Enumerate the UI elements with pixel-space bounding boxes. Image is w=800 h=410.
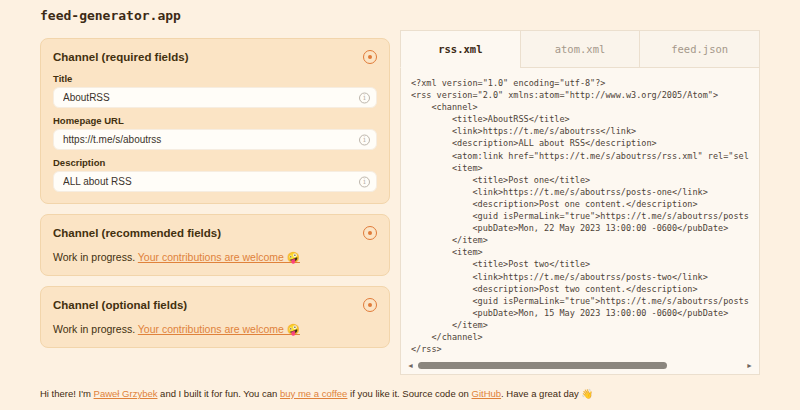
info-circle-icon[interactable]: i — [359, 176, 370, 187]
title-input[interactable] — [53, 87, 377, 108]
info-circle-icon[interactable]: i — [359, 134, 370, 145]
tab-atom-xml[interactable]: atom.xml — [520, 30, 641, 68]
panel-recommended-title: Channel (recommended fields) — [53, 227, 221, 239]
description-input-wrap: i — [53, 171, 377, 192]
homepage-url-input-wrap: i — [53, 129, 377, 150]
panel-optional-title: Channel (optional fields) — [53, 299, 187, 311]
panel-recommended-header: Channel (recommended fields) — [53, 224, 377, 242]
scrollbar-thumb[interactable] — [418, 362, 667, 369]
work-in-progress-text: Work in progress. Your contributions are… — [53, 251, 377, 264]
tab-feed-json[interactable]: feed.json — [639, 30, 760, 68]
collapse-panel-icon[interactable] — [363, 50, 377, 64]
homepage-url-input[interactable] — [53, 129, 377, 150]
rss-xml-code: <?xml version="1.0" encoding="utf-8"?> <… — [411, 77, 749, 358]
output-column: rss.xml atom.xml feed.json <?xml version… — [400, 30, 760, 375]
panel-optional-header: Channel (optional fields) — [53, 296, 377, 314]
footer-text: Hi there! I'm — [40, 388, 94, 399]
footer-text: if you like it. Source code on — [347, 388, 471, 399]
horizontal-scrollbar[interactable]: ◄ ► — [407, 361, 753, 370]
wip-label: Work in progress. — [53, 251, 138, 263]
tab-rss-xml[interactable]: rss.xml — [400, 30, 521, 68]
description-input[interactable] — [53, 171, 377, 192]
panel-required-fields: Channel (required fields) Title i Homepa… — [40, 38, 390, 204]
title-field-label: Title — [53, 73, 377, 84]
title-input-wrap: i — [53, 87, 377, 108]
code-output-panel: <?xml version="1.0" encoding="utf-8"?> <… — [400, 68, 760, 375]
wip-label: Work in progress. — [53, 323, 138, 335]
description-field-label: Description — [53, 157, 377, 168]
page-title: feed-generator.app — [40, 8, 181, 23]
footer-text: and I built it for fun. You can — [157, 388, 280, 399]
github-link[interactable]: GitHub — [472, 388, 502, 399]
buy-me-a-coffee-link[interactable]: buy me a coffee — [280, 388, 347, 399]
panel-required-title: Channel (required fields) — [53, 51, 188, 63]
footer-text: . Have a great day 👋 — [501, 388, 593, 399]
footer: Hi there! I'm Paweł Grzybek and I built … — [40, 388, 593, 399]
scroll-left-arrow-icon[interactable]: ◄ — [407, 362, 414, 369]
panel-optional-fields: Channel (optional fields) Work in progre… — [40, 286, 390, 348]
contributions-link[interactable]: Your contributions are welcome 🤪 — [138, 323, 300, 335]
scroll-right-arrow-icon[interactable]: ► — [746, 362, 753, 369]
contributions-link[interactable]: Your contributions are welcome 🤪 — [138, 251, 300, 263]
panel-recommended-fields: Channel (recommended fields) Work in pro… — [40, 214, 390, 276]
form-column: Channel (required fields) Title i Homepa… — [40, 38, 390, 358]
panel-required-header: Channel (required fields) — [53, 48, 377, 66]
info-circle-icon[interactable]: i — [359, 92, 370, 103]
work-in-progress-text: Work in progress. Your contributions are… — [53, 323, 377, 336]
collapse-panel-icon[interactable] — [363, 298, 377, 312]
author-link[interactable]: Paweł Grzybek — [94, 388, 158, 399]
collapse-panel-icon[interactable] — [363, 226, 377, 240]
output-tabs: rss.xml atom.xml feed.json — [400, 30, 760, 68]
homepage-url-field-label: Homepage URL — [53, 115, 377, 126]
